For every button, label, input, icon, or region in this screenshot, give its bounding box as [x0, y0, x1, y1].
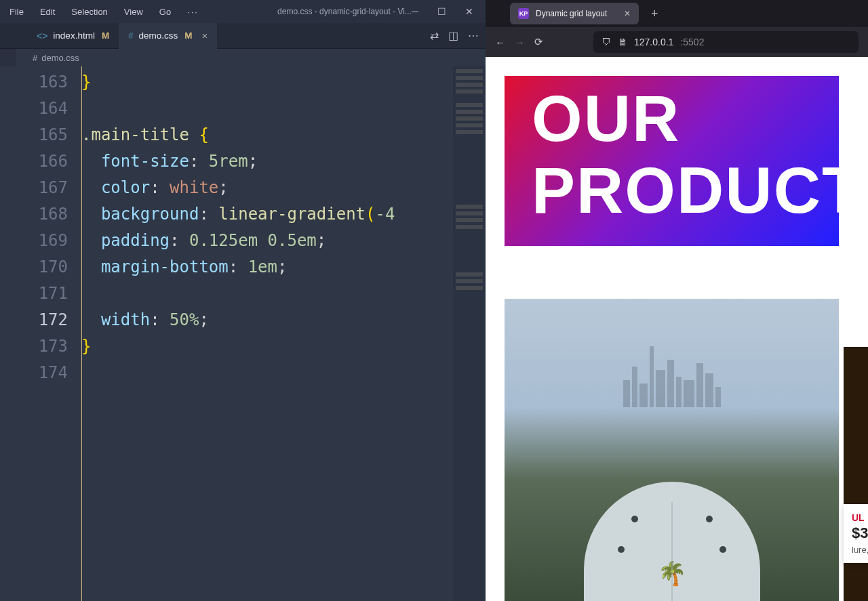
url-host: 127.0.0.1: [634, 37, 673, 47]
tab-demo-css[interactable]: # demo.css M ×: [119, 23, 217, 49]
tab-index-html[interactable]: <> index.html M: [27, 23, 119, 49]
product-price: $3: [852, 524, 868, 542]
breadcrumb-file: demo.css: [41, 53, 79, 63]
back-icon[interactable]: ←: [495, 37, 505, 48]
close-icon[interactable]: ✕: [465, 6, 473, 17]
browser-toolbar: ← → ⟳ ⛉ 🗎 127.0.0.1:5502: [486, 27, 868, 57]
breadcrumb[interactable]: # demo.css: [0, 49, 486, 66]
code-area[interactable]: } .main-title { font-size: 5rem; color: …: [81, 66, 486, 601]
split-icon[interactable]: ◫: [448, 29, 458, 42]
tab-label: demo.css: [138, 30, 178, 41]
url-port: :5502: [680, 37, 704, 47]
product-tag: UL: [852, 512, 868, 523]
compare-icon[interactable]: ⇄: [430, 29, 439, 42]
browser-tab[interactable]: KP Dynamic grid layout ✕: [510, 3, 639, 24]
menu-go[interactable]: Go: [159, 7, 171, 17]
editor-tabs: <> index.html M # demo.css M × ⇄ ◫ ⋯: [0, 23, 486, 49]
menu-more[interactable]: ···: [187, 7, 199, 17]
page-icon: 🗎: [618, 37, 627, 47]
shield-icon[interactable]: ⛉: [601, 37, 611, 47]
css-icon: #: [128, 30, 133, 41]
new-tab-button[interactable]: +: [646, 7, 664, 21]
browser-tab-title: Dynamic grid layout: [536, 9, 607, 18]
url-bar[interactable]: ⛉ 🗎 127.0.0.1:5502: [593, 31, 859, 53]
window-controls: ─ ☐ ✕: [412, 0, 486, 23]
reload-icon[interactable]: ⟳: [534, 36, 543, 48]
menu-selection[interactable]: Selection: [71, 7, 107, 17]
css-icon: #: [33, 53, 37, 63]
tab-actions: ⇄ ◫ ⋯: [430, 29, 479, 42]
product-image-cap: 🌴: [505, 299, 839, 601]
menu-view[interactable]: View: [124, 7, 143, 17]
indent-guide: [81, 66, 82, 601]
page-viewport[interactable]: Our Products 🌴 UL $3 lure,: [486, 57, 868, 601]
maximize-icon[interactable]: ☐: [437, 6, 446, 17]
skyline-graphic: [505, 333, 839, 407]
palm-icon: 🌴: [658, 560, 686, 587]
vscode-window: File Edit Selection View Go ··· demo.css…: [0, 0, 486, 601]
html-icon: <>: [37, 30, 47, 41]
code-editor[interactable]: 163164165166167168169170171172173174 } .…: [0, 66, 486, 601]
menu-file[interactable]: File: [9, 7, 24, 17]
minimap[interactable]: [453, 66, 486, 601]
product-card-2: UL $3 lure,: [844, 504, 868, 563]
hero-title-line2: Products: [532, 154, 812, 226]
firefox-window: KP Dynamic grid layout ✕ + ← → ⟳ ⛉ 🗎 127…: [486, 0, 868, 601]
menu-edit[interactable]: Edit: [40, 7, 55, 17]
close-tab-icon[interactable]: ✕: [624, 9, 631, 18]
close-tab-icon[interactable]: ×: [201, 30, 208, 41]
modified-indicator: M: [184, 30, 192, 41]
product-desc: lure,: [852, 545, 868, 555]
minimize-icon[interactable]: ─: [412, 6, 418, 17]
forward-icon[interactable]: →: [515, 37, 525, 48]
browser-tabs: KP Dynamic grid layout ✕ +: [486, 0, 868, 27]
hero-title-line1: Our: [532, 83, 812, 154]
hero-banner: Our Products: [505, 76, 839, 246]
tab-label: index.html: [53, 30, 95, 41]
more-icon[interactable]: ⋯: [468, 29, 479, 42]
modified-indicator: M: [102, 30, 109, 41]
favicon: KP: [518, 8, 529, 19]
line-gutter: 163164165166167168169170171172173174: [0, 66, 81, 601]
cap-graphic: 🌴: [584, 482, 760, 601]
